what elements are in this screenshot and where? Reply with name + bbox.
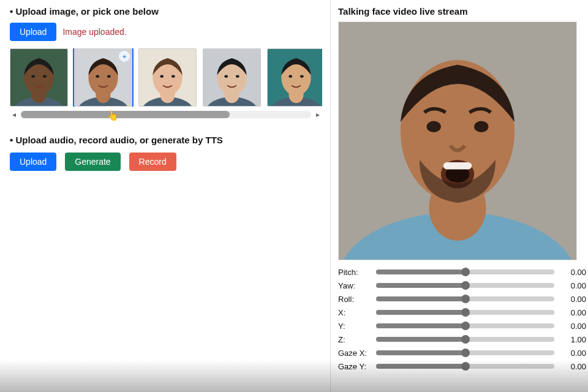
slider-fill bbox=[376, 350, 466, 355]
svg-rect-38 bbox=[443, 162, 472, 170]
upload-status: Image uploaded. bbox=[62, 27, 126, 37]
video-stream bbox=[338, 21, 577, 260]
svg-point-10 bbox=[96, 75, 99, 78]
slider-track[interactable] bbox=[376, 296, 554, 301]
slider-track[interactable] bbox=[376, 270, 554, 274]
slider-knob[interactable] bbox=[461, 349, 470, 357]
slider-row: X:0.00 bbox=[338, 306, 586, 319]
slider-knob[interactable] bbox=[461, 281, 470, 290]
svg-point-5 bbox=[43, 75, 47, 78]
slider-knob[interactable] bbox=[461, 295, 470, 303]
pose-sliders: Pitch:0.00Yaw:0.00Roll:0.00X:0.00Y:0.00Z… bbox=[338, 265, 586, 373]
slider-value: 0.00 bbox=[559, 281, 586, 290]
target-icon: ⌖ bbox=[119, 51, 130, 62]
slider-value: 1.00 bbox=[559, 335, 586, 344]
slider-track[interactable] bbox=[376, 364, 554, 369]
slider-row: Yaw:0.00 bbox=[338, 279, 586, 292]
slider-row: Roll:0.00 bbox=[338, 292, 586, 306]
svg-point-16 bbox=[160, 75, 164, 78]
slider-value: 0.00 bbox=[559, 362, 586, 371]
generate-audio-button[interactable]: Generate bbox=[65, 153, 120, 171]
slider-label: Z: bbox=[338, 335, 371, 344]
face-thumbnail[interactable] bbox=[138, 48, 197, 107]
record-audio-button[interactable]: Record bbox=[129, 153, 176, 171]
slider-fill bbox=[376, 364, 466, 369]
face-thumbnail[interactable] bbox=[203, 48, 261, 107]
scroll-right-arrow[interactable]: ▸ bbox=[314, 110, 322, 119]
slider-row: Gaze Y:0.00 bbox=[338, 360, 586, 373]
slider-knob[interactable] bbox=[461, 335, 470, 344]
slider-label: X: bbox=[338, 308, 371, 317]
slider-label: Gaze X: bbox=[338, 349, 371, 358]
slider-row: Z:1.00 bbox=[338, 333, 586, 346]
svg-point-29 bbox=[300, 75, 304, 78]
slider-value: 0.00 bbox=[559, 322, 586, 331]
svg-point-28 bbox=[288, 75, 292, 78]
slider-track[interactable] bbox=[376, 310, 554, 315]
svg-point-35 bbox=[474, 121, 488, 132]
slider-knob[interactable] bbox=[461, 322, 470, 330]
svg-point-22 bbox=[224, 75, 228, 78]
face-thumbnail[interactable] bbox=[10, 48, 68, 107]
slider-fill bbox=[376, 337, 466, 342]
upload-image-button[interactable]: Upload bbox=[10, 23, 56, 41]
scroll-left-arrow[interactable]: ◂ bbox=[10, 110, 18, 119]
slider-fill bbox=[376, 296, 466, 301]
svg-point-11 bbox=[107, 75, 111, 78]
slider-value: 0.00 bbox=[559, 268, 586, 277]
audio-section-title: Upload audio, record audio, or generate … bbox=[10, 135, 320, 145]
svg-point-23 bbox=[236, 75, 239, 78]
slider-fill bbox=[376, 270, 466, 274]
face-thumbnail[interactable]: ⌖ bbox=[74, 48, 132, 107]
upload-audio-button[interactable]: Upload bbox=[10, 153, 56, 171]
slider-fill bbox=[376, 283, 466, 288]
slider-value: 0.00 bbox=[559, 349, 586, 358]
slider-row: Gaze X:0.00 bbox=[338, 346, 586, 360]
slider-knob[interactable] bbox=[461, 268, 470, 276]
slider-value: 0.00 bbox=[559, 308, 586, 317]
slider-value: 0.00 bbox=[559, 295, 586, 304]
slider-label: Y: bbox=[338, 322, 371, 331]
svg-point-34 bbox=[427, 121, 441, 132]
thumbnail-scrollbar[interactable] bbox=[21, 111, 311, 118]
slider-track[interactable] bbox=[376, 323, 554, 328]
slider-fill bbox=[376, 323, 466, 328]
face-thumbnail[interactable] bbox=[267, 48, 322, 107]
slider-knob[interactable] bbox=[461, 308, 470, 317]
slider-fill bbox=[376, 310, 466, 315]
image-section-title: Upload image, or pick one below bbox=[10, 6, 320, 17]
svg-point-17 bbox=[172, 75, 175, 78]
slider-track[interactable] bbox=[376, 283, 554, 288]
svg-point-4 bbox=[31, 75, 35, 78]
slider-label: Pitch: bbox=[338, 268, 371, 277]
face-thumbnail-strip: ⌖ ◂ ▸ bbox=[10, 48, 322, 119]
slider-row: Pitch:0.00 bbox=[338, 265, 586, 279]
slider-label: Gaze Y: bbox=[338, 362, 371, 371]
slider-track[interactable] bbox=[376, 350, 554, 355]
slider-label: Yaw: bbox=[338, 281, 371, 290]
slider-knob[interactable] bbox=[461, 362, 470, 371]
thumbnail-scrollbar-thumb[interactable] bbox=[21, 111, 230, 118]
slider-label: Roll: bbox=[338, 295, 371, 304]
slider-row: Y:0.00 bbox=[338, 319, 586, 333]
slider-track[interactable] bbox=[376, 337, 554, 342]
stream-title: Talking face video live stream bbox=[338, 6, 586, 17]
